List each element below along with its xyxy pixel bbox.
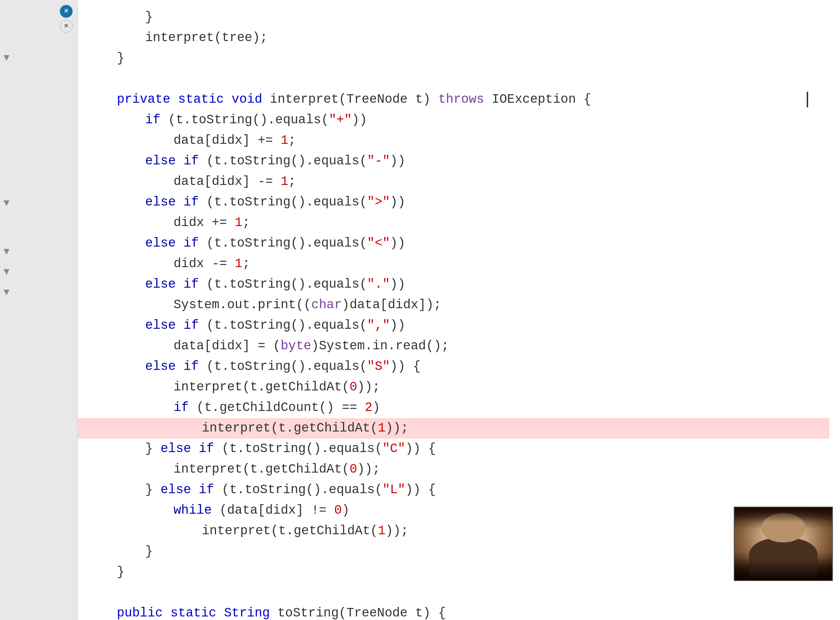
code-line-if1: if (t.toString().equals( "+" )) (89, 110, 829, 130)
code-line-while: while (data[didx] != 0 ) (89, 500, 829, 521)
webcam-video (735, 507, 832, 580)
arrow-collapse-1[interactable]: ▼ (3, 53, 9, 63)
code-line-close-method: } (89, 562, 829, 582)
code-line-elif-c: } else if (t.toString().equals( "C" )) { (89, 439, 829, 459)
close-icon-2: × (64, 23, 68, 30)
code-line-2: interpret(tree); (89, 28, 829, 48)
editor-area: } interpret(tree); } private static void… (78, 0, 840, 620)
code-line-interp-child1b: interpret(t.getChildAt( 1 )); (89, 521, 829, 541)
code-line-elif-s: else if (t.toString().equals( "S" )) { (89, 357, 829, 377)
code-line-elif2: else if (t.toString().equals( ">" )) (89, 192, 829, 212)
code-line-didxdec: didx -= 1 ; (89, 254, 829, 274)
code-line-interp-child0b: interpret(t.getChildAt( 0 )); (89, 459, 829, 480)
code-line-elif5: else if (t.toString().equals( "," )) (89, 315, 829, 336)
close-icon-1: × (64, 8, 68, 15)
code-line-method-sig: private static void interpret(TreeNode t… (89, 89, 829, 110)
code-line-if-childcount: if (t.getChildCount() == 2 ) (89, 397, 829, 418)
webcam-overlay (734, 507, 833, 581)
code-line-3: } (89, 48, 829, 69)
code-line-empty-2 (89, 582, 829, 603)
code-line-datadec1: data[didx] -= 1 ; (89, 172, 829, 192)
window: × × ▼ ▼ ▼ ▼ ▼ } interpret(tree); } (0, 0, 840, 620)
code-line-interp-child0a: interpret(t.getChildAt( 0 )); (89, 377, 829, 397)
code-line-elif1: else if (t.toString().equals( "-" )) (89, 151, 829, 172)
close-button-1[interactable]: × (60, 5, 73, 18)
code-line-readline: data[didx] = ( byte )System.in.read(); (89, 336, 829, 357)
text-cursor (807, 92, 808, 107)
code-line-1: } (89, 7, 829, 28)
code-line-didxinc: didx += 1 ; (89, 212, 829, 233)
code-line-datainc1: data[didx] += 1 ; (89, 130, 829, 151)
code-line-elif3: else if (t.toString().equals( "<" )) (89, 233, 829, 254)
code-line-close-l: } (89, 541, 829, 562)
code-line-tostring-sig: public static String toString(TreeNode t… (89, 603, 829, 620)
code-line-elif4: else if (t.toString().equals( "." )) (89, 274, 829, 295)
arrow-collapse-5[interactable]: ▼ (3, 287, 9, 298)
code-line-empty-1 (89, 69, 829, 89)
code-editor[interactable]: } interpret(tree); } private static void… (78, 0, 840, 620)
arrow-collapse-3[interactable]: ▼ (3, 246, 9, 257)
arrow-collapse-4[interactable]: ▼ (3, 266, 9, 277)
code-line-elif-l: } else if (t.toString().equals( "L" )) { (89, 480, 829, 500)
close-button-2[interactable]: × (60, 20, 73, 33)
code-line-sysprint: System.out.print(( char )data[didx]); (89, 295, 829, 315)
code-line-interp-child1-highlighted: interpret(t.getChildAt( 1 )); (78, 418, 829, 439)
arrow-collapse-2[interactable]: ▼ (3, 198, 9, 209)
webcam-vignette (735, 507, 832, 580)
sidebar: × × ▼ ▼ ▼ ▼ ▼ (0, 0, 78, 620)
